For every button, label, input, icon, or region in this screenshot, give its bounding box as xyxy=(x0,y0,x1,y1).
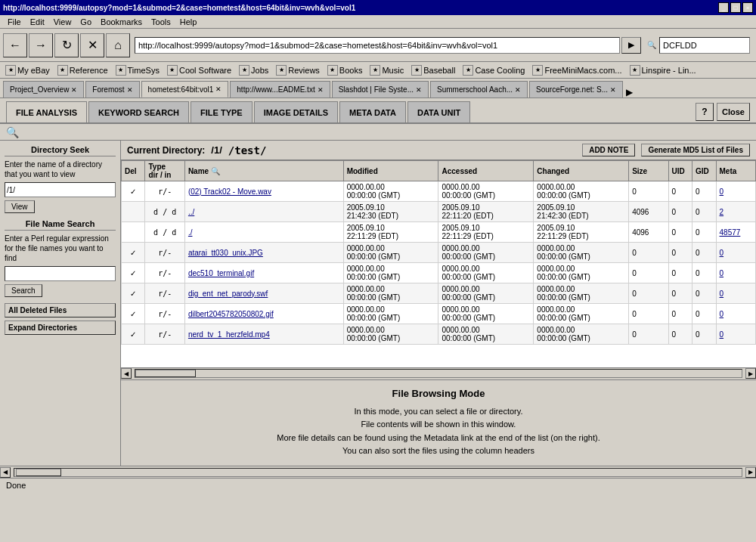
menu-bookmarks[interactable]: Bookmarks xyxy=(96,17,147,27)
cell-meta[interactable]: 48577 xyxy=(716,222,755,243)
col-header-uid[interactable]: UID xyxy=(668,161,692,181)
tab-close-project[interactable]: ✕ xyxy=(71,86,77,94)
help-button[interactable]: ? xyxy=(696,103,714,121)
scroll-left-arrow[interactable]: ◀ xyxy=(121,368,132,379)
menu-help[interactable]: Help xyxy=(175,17,202,27)
bottom-scroll-thumb[interactable] xyxy=(16,469,61,476)
stop-button[interactable]: ✕ xyxy=(80,33,104,57)
tab-eadme[interactable]: http://www...EADME.txt ✕ xyxy=(230,81,330,98)
tab-summerschool[interactable]: Summerschool Aach... ✕ xyxy=(430,81,528,98)
bookmark-books[interactable]: ★ Books xyxy=(325,64,365,76)
tab-close-hometest[interactable]: ✕ xyxy=(215,85,222,93)
minimize-button[interactable]: _ xyxy=(718,2,729,13)
col-header-del[interactable]: Del xyxy=(122,161,145,181)
menu-edit[interactable]: Edit xyxy=(26,17,49,27)
nav-tab-file-type[interactable]: File Type xyxy=(191,101,253,122)
tab-close-slashdot[interactable]: ✕ xyxy=(416,86,422,94)
bottom-scroll-track[interactable] xyxy=(14,468,742,477)
home-button[interactable]: ⌂ xyxy=(106,33,130,57)
h-scrollbar[interactable]: ◀ ▶ xyxy=(121,367,756,379)
cell-uid: 0 xyxy=(668,222,692,243)
cell-meta[interactable]: 2 xyxy=(716,202,755,222)
tab-close-sourceforge[interactable]: ✕ xyxy=(610,86,616,94)
tab-close-foremost[interactable]: ✕ xyxy=(127,86,133,94)
maximize-button[interactable]: □ xyxy=(730,2,741,13)
bookmark-freemini[interactable]: ★ FreeMiniMacs.com... xyxy=(530,64,624,76)
bookmark-myebay[interactable]: ★ My eBay xyxy=(3,64,52,76)
tab-foremost[interactable]: Foremost ✕ xyxy=(85,81,139,98)
nav-tab-file-analysis[interactable]: File Analysis xyxy=(6,101,87,122)
bookmark-linspire[interactable]: ★ Linspire - Lin... xyxy=(627,64,699,76)
cell-name[interactable]: atarai_tt030_unix.JPG xyxy=(184,243,343,263)
cell-meta[interactable]: 0 xyxy=(716,304,755,324)
tab-slashdot[interactable]: Slashdot | File Syste... ✕ xyxy=(332,81,429,98)
cell-meta[interactable]: 0 xyxy=(716,181,755,202)
cell-meta[interactable]: 0 xyxy=(716,283,755,304)
bookmark-baseball[interactable]: ★ Baseball xyxy=(409,64,457,76)
cell-meta[interactable]: 0 xyxy=(716,243,755,263)
h-scroll-thumb[interactable] xyxy=(135,370,196,377)
back-button[interactable]: ← xyxy=(3,33,27,57)
nav-tab-meta-data[interactable]: Meta Data xyxy=(339,101,406,122)
nav-tab-image-details[interactable]: Image Details xyxy=(254,101,338,122)
col-header-meta[interactable]: Meta xyxy=(716,161,755,181)
search-box[interactable] xyxy=(659,37,750,54)
menu-tools[interactable]: Tools xyxy=(147,17,175,27)
bookmark-casecooling[interactable]: ★ Case Cooling xyxy=(460,64,527,76)
bookmark-coolsoftware[interactable]: ★ Cool Software xyxy=(165,64,234,76)
cell-name[interactable]: dig_ent_net_parody.swf xyxy=(184,283,343,304)
menu-go[interactable]: Go xyxy=(76,17,96,27)
close-nav-button[interactable]: Close xyxy=(717,103,750,121)
directory-input[interactable] xyxy=(5,182,116,197)
cell-name[interactable]: dilbert2045782050802.gif xyxy=(184,304,343,324)
address-input[interactable] xyxy=(135,37,620,54)
go-button[interactable]: ▶ xyxy=(621,37,641,54)
nav-tab-data-unit[interactable]: Data Unit xyxy=(407,101,470,122)
bookmark-music[interactable]: ★ Music xyxy=(367,64,406,76)
menu-view[interactable]: View xyxy=(49,17,76,27)
expand-directories-button[interactable]: Expand Directories xyxy=(5,321,116,335)
bookmark-timesys[interactable]: ★ TimeSys xyxy=(113,64,162,76)
reload-button[interactable]: ↻ xyxy=(54,33,79,57)
search-button[interactable]: Search xyxy=(5,284,42,297)
cell-name[interactable]: ../ xyxy=(184,202,343,222)
bottom-scrollbar[interactable]: ◀ ▶ xyxy=(0,466,756,478)
forward-button[interactable]: → xyxy=(29,33,53,57)
cell-meta[interactable]: 0 xyxy=(716,324,755,345)
all-deleted-button[interactable]: All Deleted Files xyxy=(5,303,116,317)
bookmark-reviews[interactable]: ★ Reviews xyxy=(274,64,322,76)
col-header-gid[interactable]: GID xyxy=(692,161,716,181)
menu-file[interactable]: File xyxy=(3,17,26,27)
nav-tab-keyword-search[interactable]: Keyword Search xyxy=(88,101,189,122)
bookmark-reference[interactable]: ★ Reference xyxy=(55,64,110,76)
cell-name[interactable]: dec510_terminal.gif xyxy=(184,263,343,283)
col-header-accessed[interactable]: Accessed xyxy=(438,161,534,181)
col-header-size[interactable]: Size xyxy=(629,161,668,181)
col-header-name[interactable]: Name 🔍 xyxy=(184,161,343,181)
tab-close-eadme[interactable]: ✕ xyxy=(318,86,324,94)
tab-project-overview[interactable]: Project_Overview ✕ xyxy=(3,81,84,98)
tab-sourceforge[interactable]: SourceForge.net: S... ✕ xyxy=(529,81,623,98)
filename-search-input[interactable] xyxy=(5,266,116,281)
table-row: ✓ r/- dec510_terminal.gif 0000.00.00 00:… xyxy=(122,263,756,283)
view-button[interactable]: View xyxy=(5,200,35,213)
h-scroll-track[interactable] xyxy=(135,369,742,378)
cell-meta[interactable]: 0 xyxy=(716,263,755,283)
col-header-changed[interactable]: Changed xyxy=(534,161,629,181)
bottom-scroll-left[interactable]: ◀ xyxy=(0,467,11,478)
cell-name[interactable]: nerd_tv_1_herzfeld.mp4 xyxy=(184,324,343,345)
col-header-type[interactable]: Typedir / in xyxy=(145,161,184,181)
generate-md5-button[interactable]: Generate MD5 List of Files xyxy=(641,144,750,156)
bottom-scroll-right[interactable]: ▶ xyxy=(745,467,756,478)
bookmark-jobs[interactable]: ★ Jobs xyxy=(237,64,271,76)
scroll-right-arrow[interactable]: ▶ xyxy=(745,368,756,379)
file-table-wrapper[interactable]: Del Typedir / in Name 🔍 Modified Accesse… xyxy=(121,160,756,367)
cell-name[interactable]: ./ xyxy=(184,222,343,243)
tabs-more-arrow[interactable]: ▶ xyxy=(626,87,633,98)
cell-name[interactable]: (02) Track02 - Move.wav xyxy=(184,181,343,202)
tab-hometest[interactable]: hometest:64bit:vol1 ✕ xyxy=(141,81,229,98)
close-window-button[interactable]: × xyxy=(742,2,753,13)
col-header-modified[interactable]: Modified xyxy=(343,161,438,181)
tab-close-summerschool[interactable]: ✕ xyxy=(515,86,521,94)
add-note-button[interactable]: ADD NOTE xyxy=(582,144,635,156)
